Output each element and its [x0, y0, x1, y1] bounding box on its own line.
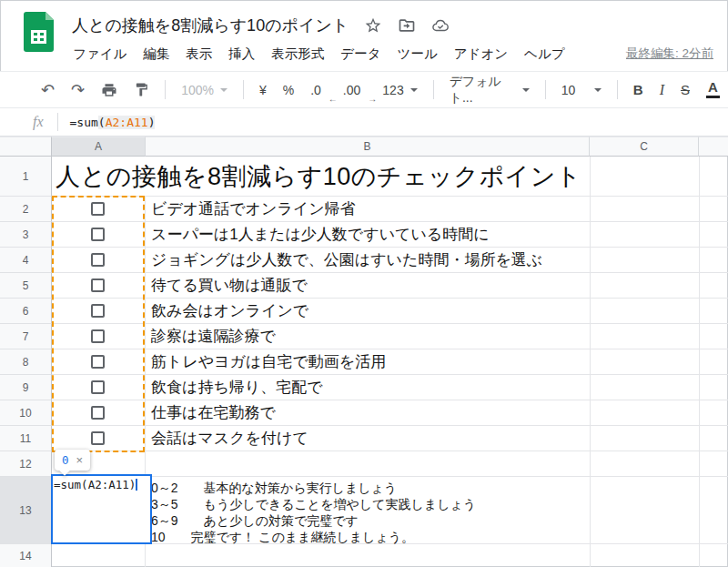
formula-bar: fx =sum(A2:A11): [0, 107, 728, 137]
checklist-item[interactable]: スーパーは1人または少人数ですいている時間に: [151, 222, 490, 248]
checklist-item[interactable]: 飲み会はオンラインで: [151, 299, 308, 324]
column-header-a[interactable]: A: [52, 137, 146, 157]
active-cell-editor[interactable]: =sum(A2:A11): [51, 474, 152, 544]
row-header-10[interactable]: 10: [0, 400, 52, 426]
google-sheets-window: 人との接触を8割減らす10のポイント ファイル 編集 表示 挿入 表示形式 デー…: [0, 0, 728, 567]
gridline: [52, 476, 728, 477]
score-guide-line[interactable]: 6～9 あと少しの対策で完璧です: [151, 512, 359, 529]
chevron-down-icon: [220, 88, 228, 92]
row-header-12[interactable]: 12: [0, 451, 52, 477]
score-guide-line[interactable]: 0～2 基本的な対策から実行しましょう: [151, 480, 397, 496]
toolbar-separator: [243, 80, 244, 99]
row-header-5[interactable]: 5: [0, 273, 52, 299]
close-icon[interactable]: ×: [76, 453, 84, 467]
currency-format-button[interactable]: ¥: [251, 83, 275, 97]
percent-format-button[interactable]: %: [275, 83, 302, 97]
menu-bar: ファイル 編集 表示 挿入 表示形式 データ ツール アドオン ヘルプ: [65, 42, 573, 66]
toolbar: ↶ ↷ 100% ¥ % .0← .00→ 123 デフォルト... 10: [0, 71, 728, 107]
sheets-logo-icon[interactable]: [24, 12, 54, 52]
row-header-4[interactable]: 4: [0, 248, 52, 273]
checklist-item[interactable]: 診察は遠隔診療で: [151, 324, 276, 349]
gridline: [590, 157, 591, 567]
score-guide-line[interactable]: 10 完璧です！ このまま継続しましょう。: [151, 529, 414, 545]
menu-addons[interactable]: アドオン: [446, 42, 516, 66]
column-header-c[interactable]: C: [590, 137, 699, 157]
row-header-2[interactable]: 2: [0, 197, 52, 222]
checklist-item[interactable]: ジョギングは少人数で、公園はすいた時間・場所を選ぶ: [151, 248, 542, 273]
chevron-down-icon: [410, 88, 418, 92]
checklist-item[interactable]: 仕事は在宅勤務で: [151, 400, 276, 426]
move-to-folder-icon[interactable]: [398, 16, 416, 35]
gridline: [699, 157, 700, 567]
decrease-decimal-button[interactable]: .0←: [302, 83, 329, 97]
menu-help[interactable]: ヘルプ: [516, 42, 573, 66]
color-bar: [706, 96, 720, 98]
font-family-select[interactable]: デフォルト...: [441, 74, 538, 106]
checklist-item[interactable]: 会話はマスクを付けて: [151, 426, 308, 451]
menu-edit[interactable]: 編集: [135, 42, 177, 66]
increase-decimal-button[interactable]: .00→: [335, 83, 369, 97]
strikethrough-button[interactable]: S: [672, 82, 698, 97]
menu-file[interactable]: ファイル: [65, 42, 135, 66]
row-header-3[interactable]: 3: [0, 222, 52, 248]
text-cursor: [136, 479, 137, 491]
score-guide-line[interactable]: 3～5 もう少しできることを増やして実践しましょう: [151, 496, 476, 512]
redo-icon[interactable]: ↷: [63, 80, 93, 100]
last-edit-link[interactable]: 最終編集: 2分前: [626, 46, 713, 62]
checklist-item[interactable]: ビデオ通話でオンライン帰省: [151, 197, 356, 222]
formula-range-highlight: [52, 196, 145, 452]
toolbar-separator: [433, 80, 434, 99]
font-size-select[interactable]: 10: [553, 83, 610, 97]
paint-format-icon[interactable]: [126, 82, 157, 97]
row-header-13[interactable]: 13: [0, 477, 52, 544]
toolbar-separator: [545, 80, 546, 99]
row-header-9[interactable]: 9: [0, 375, 52, 400]
column-header-d[interactable]: [699, 137, 728, 157]
bold-button[interactable]: B: [625, 82, 652, 97]
row-header-8[interactable]: 8: [0, 349, 52, 375]
row-header-7[interactable]: 7: [0, 324, 52, 349]
checklist-item[interactable]: 筋トレやヨガは自宅で動画を活用: [151, 349, 386, 375]
toolbar-separator: [617, 80, 618, 99]
checklist-item[interactable]: 飲食は持ち帰り、宅配で: [151, 375, 323, 400]
formula-result-preview: 0 ×: [55, 450, 90, 471]
chevron-down-icon: [522, 88, 530, 92]
toolbar-separator: [165, 80, 166, 99]
checklist-item[interactable]: 待てる買い物は通販で: [151, 273, 308, 299]
zoom-select[interactable]: 100%: [173, 83, 236, 97]
number-format-button[interactable]: 123: [374, 83, 425, 97]
text-color-button[interactable]: A: [698, 81, 728, 98]
chevron-down-icon: [594, 88, 602, 92]
undo-icon[interactable]: ↶: [33, 80, 63, 100]
row-header-1[interactable]: 1: [0, 157, 52, 197]
sheet-title-cell[interactable]: 人との接触を8割減らす10のチェックポイント: [56, 158, 581, 195]
cloud-saved-icon[interactable]: [431, 16, 450, 35]
row-header-14[interactable]: 14: [0, 544, 52, 567]
document-title[interactable]: 人との接触を8割減らす10のポイント: [72, 15, 349, 36]
fx-icon: fx: [33, 114, 44, 130]
menu-format[interactable]: 表示形式: [263, 42, 332, 66]
print-icon[interactable]: [93, 82, 126, 98]
menu-view[interactable]: 表示: [177, 42, 220, 66]
select-all-corner[interactable]: [0, 137, 52, 157]
column-header-b[interactable]: B: [146, 137, 590, 157]
star-icon[interactable]: [364, 16, 382, 35]
preview-value: 0: [62, 453, 69, 467]
menu-data[interactable]: データ: [332, 42, 389, 66]
row-header-11[interactable]: 11: [0, 426, 52, 451]
formula-bar-separator: [57, 113, 58, 131]
menu-insert[interactable]: 挿入: [220, 42, 263, 66]
formula-input[interactable]: =sum(A2:A11): [70, 116, 156, 129]
italic-button[interactable]: I: [652, 82, 672, 98]
row-header-6[interactable]: 6: [0, 299, 52, 324]
menu-tools[interactable]: ツール: [389, 42, 446, 66]
